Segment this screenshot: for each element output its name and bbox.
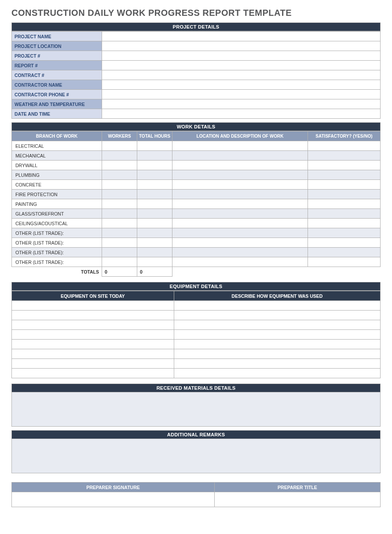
project-field-value[interactable] <box>102 41 381 51</box>
work-hours[interactable] <box>137 209 172 219</box>
work-workers[interactable] <box>102 219 137 228</box>
project-field-value[interactable] <box>102 61 381 70</box>
work-hours[interactable] <box>137 199 172 209</box>
project-field-label: CONTRACTOR NAME <box>12 80 102 90</box>
project-field-label: PROJECT NAME <box>12 32 102 41</box>
project-field-value[interactable] <box>102 32 381 41</box>
work-location[interactable] <box>172 248 308 257</box>
work-satisfactory[interactable] <box>308 141 381 151</box>
work-location[interactable] <box>172 209 308 219</box>
work-satisfactory[interactable] <box>308 151 381 161</box>
equipment-usage[interactable] <box>174 330 380 340</box>
work-workers[interactable] <box>102 180 137 190</box>
work-workers[interactable] <box>102 141 137 151</box>
work-workers[interactable] <box>102 170 137 180</box>
project-field-value[interactable] <box>102 70 381 80</box>
section-header-project: PROJECT DETAILS <box>11 22 381 31</box>
work-location[interactable] <box>172 161 308 170</box>
remarks-textarea[interactable] <box>11 439 381 473</box>
work-location[interactable] <box>172 238 308 248</box>
work-location[interactable] <box>172 190 308 199</box>
equipment-onsite[interactable] <box>12 359 174 369</box>
col-equipment-onsite: EQUIPMENT ON SITE TODAY <box>12 291 174 301</box>
equipment-usage[interactable] <box>174 349 380 359</box>
work-details-table: BRANCH OF WORK WORKERS TOTAL HOURS LOCAT… <box>11 131 381 277</box>
col-workers: WORKERS <box>102 132 137 141</box>
work-hours[interactable] <box>137 151 172 161</box>
work-hours[interactable] <box>137 228 172 238</box>
project-field-value[interactable] <box>102 51 381 61</box>
work-workers[interactable] <box>102 257 137 267</box>
work-satisfactory[interactable] <box>308 170 381 180</box>
work-workers[interactable] <box>102 248 137 257</box>
work-location[interactable] <box>172 219 308 228</box>
work-satisfactory[interactable] <box>308 161 381 170</box>
work-location[interactable] <box>172 180 308 190</box>
totals-workers[interactable]: 0 <box>102 267 137 277</box>
project-field-value[interactable] <box>102 109 381 119</box>
work-workers[interactable] <box>102 228 137 238</box>
materials-textarea[interactable] <box>11 392 381 427</box>
work-satisfactory[interactable] <box>308 248 381 257</box>
equipment-usage[interactable] <box>174 359 380 369</box>
equipment-onsite[interactable] <box>12 320 174 330</box>
totals-label: TOTALS <box>12 267 102 277</box>
work-hours[interactable] <box>137 170 172 180</box>
col-preparer-signature: PREPARER SIGNATURE <box>12 483 215 492</box>
col-hours: TOTAL HOURS <box>137 132 172 141</box>
equipment-usage[interactable] <box>174 340 380 349</box>
work-location[interactable] <box>172 257 308 267</box>
work-workers[interactable] <box>102 209 137 219</box>
work-hours[interactable] <box>137 141 172 151</box>
work-workers[interactable] <box>102 190 137 199</box>
work-workers[interactable] <box>102 151 137 161</box>
equipment-onsite[interactable] <box>12 301 174 311</box>
work-hours[interactable] <box>137 161 172 170</box>
work-location[interactable] <box>172 199 308 209</box>
work-location[interactable] <box>172 141 308 151</box>
work-satisfactory[interactable] <box>308 228 381 238</box>
work-hours[interactable] <box>137 248 172 257</box>
equipment-onsite[interactable] <box>12 340 174 349</box>
work-branch: OTHER (LIST TRADE): <box>12 248 102 257</box>
equipment-onsite[interactable] <box>12 369 174 378</box>
project-field-value[interactable] <box>102 99 381 109</box>
work-workers[interactable] <box>102 238 137 248</box>
work-satisfactory[interactable] <box>308 199 381 209</box>
work-hours[interactable] <box>137 180 172 190</box>
equipment-usage[interactable] <box>174 311 380 320</box>
work-satisfactory[interactable] <box>308 209 381 219</box>
totals-hours[interactable]: 0 <box>137 267 172 277</box>
work-workers[interactable] <box>102 199 137 209</box>
work-satisfactory[interactable] <box>308 180 381 190</box>
work-location[interactable] <box>172 151 308 161</box>
work-location[interactable] <box>172 170 308 180</box>
work-branch: FIRE PROTECTION <box>12 190 102 199</box>
work-satisfactory[interactable] <box>308 190 381 199</box>
project-field-value[interactable] <box>102 80 381 90</box>
section-header-equipment: EQUIPMENT DETAILS <box>11 282 381 291</box>
project-field-label: PROJECT LOCATION <box>12 41 102 51</box>
work-hours[interactable] <box>137 190 172 199</box>
equipment-usage[interactable] <box>174 301 380 311</box>
project-field-value[interactable] <box>102 90 381 99</box>
preparer-title-field[interactable] <box>214 492 380 507</box>
section-header-materials: RECEIVED MATERIALS DETAILS <box>11 384 381 392</box>
col-branch: BRANCH OF WORK <box>12 132 102 141</box>
work-satisfactory[interactable] <box>308 238 381 248</box>
work-hours[interactable] <box>137 219 172 228</box>
equipment-onsite[interactable] <box>12 330 174 340</box>
equipment-usage[interactable] <box>174 320 380 330</box>
work-hours[interactable] <box>137 257 172 267</box>
work-satisfactory[interactable] <box>308 219 381 228</box>
equipment-usage[interactable] <box>174 369 380 378</box>
equipment-onsite[interactable] <box>12 311 174 320</box>
equipment-onsite[interactable] <box>12 349 174 359</box>
preparer-signature-field[interactable] <box>12 492 215 507</box>
work-satisfactory[interactable] <box>308 257 381 267</box>
work-location[interactable] <box>172 228 308 238</box>
work-hours[interactable] <box>137 238 172 248</box>
work-workers[interactable] <box>102 161 137 170</box>
project-field-label: DATE AND TIME <box>12 109 102 119</box>
work-branch: OTHER (LIST TRADE): <box>12 238 102 248</box>
